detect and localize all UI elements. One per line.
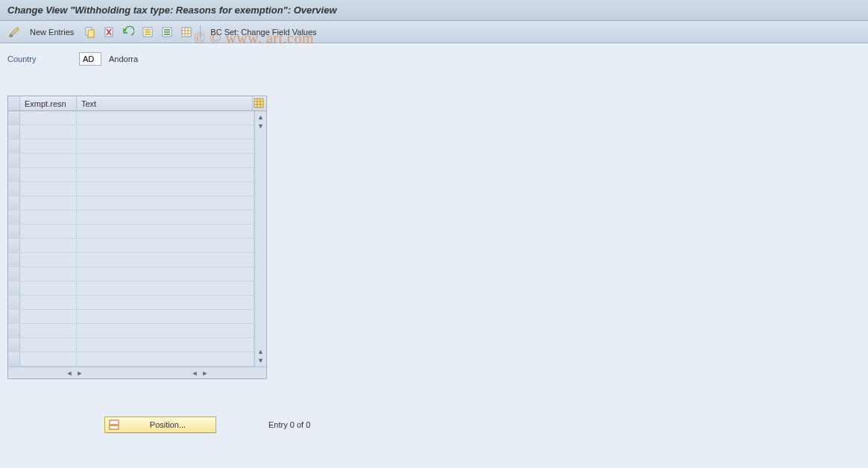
cell-text[interactable] — [77, 196, 254, 210]
row-selector[interactable] — [8, 352, 20, 366]
row-selector[interactable] — [8, 310, 20, 323]
cell-text[interactable] — [77, 239, 254, 252]
cell-exmpt-resn[interactable] — [20, 125, 77, 139]
cell-exmpt-resn[interactable] — [20, 210, 77, 224]
table-row[interactable] — [8, 267, 254, 281]
cell-exmpt-resn[interactable] — [20, 168, 77, 181]
cell-exmpt-resn[interactable] — [20, 338, 77, 352]
scroll-down-small-arrow[interactable]: ▼ — [257, 122, 265, 131]
row-selector[interactable] — [8, 253, 20, 266]
table-row[interactable] — [8, 210, 254, 225]
table-row[interactable] — [8, 324, 254, 338]
row-selector[interactable] — [8, 125, 20, 139]
row-selector[interactable] — [8, 210, 20, 224]
table-settings-button[interactable] — [253, 96, 266, 110]
column-header-text[interactable]: Text — [77, 96, 253, 110]
table-row[interactable] — [8, 225, 254, 239]
cell-exmpt-resn[interactable] — [20, 225, 77, 238]
row-selector[interactable] — [8, 281, 20, 295]
cell-exmpt-resn[interactable] — [20, 281, 77, 295]
select-all-column-header[interactable] — [8, 96, 20, 110]
row-selector[interactable] — [8, 168, 20, 181]
table-row[interactable] — [8, 111, 254, 125]
table-row[interactable] — [8, 140, 254, 154]
horizontal-scrollbar[interactable]: ◄ ► ◄ ► — [8, 366, 266, 378]
vertical-scrollbar[interactable]: ▲ ▼ ▲ ▼ — [254, 111, 266, 366]
column-header-exmpt-resn[interactable]: Exmpt.resn — [20, 96, 77, 110]
bcset-button[interactable]: BC Set: Change Field Values — [206, 24, 321, 40]
cell-text[interactable] — [77, 338, 254, 352]
cell-text[interactable] — [77, 168, 254, 181]
table-row[interactable] — [8, 182, 254, 196]
cell-text[interactable] — [77, 210, 254, 224]
scroll-up-arrow[interactable]: ▲ — [257, 113, 265, 122]
scroll-right-small-arrow[interactable]: ► — [75, 369, 84, 378]
scroll-down-arrow[interactable]: ▼ — [257, 356, 265, 365]
cell-text[interactable] — [77, 140, 254, 153]
scroll-left-small-arrow[interactable]: ◄ — [190, 369, 199, 378]
country-input[interactable] — [79, 52, 101, 66]
table-row[interactable] — [8, 281, 254, 296]
cell-exmpt-resn[interactable] — [20, 196, 77, 210]
table-row[interactable] — [8, 352, 254, 366]
exemption-table: Exmpt.resn Text ▲ ▼ ▲ ▼ — [7, 96, 267, 379]
configure-button[interactable] — [178, 24, 195, 40]
new-entries-button[interactable]: New Entries — [25, 24, 78, 40]
position-button[interactable]: Position... — [104, 416, 216, 433]
svg-rect-7 — [145, 29, 151, 31]
cell-exmpt-resn[interactable] — [20, 324, 77, 337]
table-row[interactable] — [8, 338, 254, 352]
row-selector[interactable] — [8, 225, 20, 238]
cell-exmpt-resn[interactable] — [20, 239, 77, 252]
cell-exmpt-resn[interactable] — [20, 182, 77, 196]
cell-text[interactable] — [77, 253, 254, 266]
cell-exmpt-resn[interactable] — [20, 267, 77, 281]
cell-exmpt-resn[interactable] — [20, 154, 77, 167]
cell-text[interactable] — [77, 154, 254, 167]
cell-exmpt-resn[interactable] — [20, 111, 77, 125]
row-selector[interactable] — [8, 154, 20, 167]
cell-exmpt-resn[interactable] — [20, 296, 77, 309]
deselect-all-button[interactable] — [159, 24, 175, 40]
scroll-right-arrow[interactable]: ► — [201, 369, 210, 378]
delete-button[interactable] — [101, 24, 117, 40]
row-selector[interactable] — [8, 239, 20, 252]
copy-as-button[interactable] — [81, 24, 98, 40]
cell-exmpt-resn[interactable] — [20, 310, 77, 323]
country-description: Andorra — [109, 54, 138, 63]
table-row[interactable] — [8, 168, 254, 182]
table-row[interactable] — [8, 310, 254, 324]
cell-text[interactable] — [77, 310, 254, 323]
row-selector[interactable] — [8, 182, 20, 196]
row-selector[interactable] — [8, 140, 20, 153]
undo-button[interactable] — [120, 24, 136, 40]
table-row[interactable] — [8, 196, 254, 210]
scroll-left-arrow[interactable]: ◄ — [65, 369, 74, 378]
table-row[interactable] — [8, 154, 254, 168]
row-selector[interactable] — [8, 267, 20, 281]
cell-text[interactable] — [77, 225, 254, 238]
table-row[interactable] — [8, 125, 254, 140]
row-selector[interactable] — [8, 111, 20, 125]
toggle-display-change-button[interactable] — [6, 24, 22, 40]
row-selector[interactable] — [8, 196, 20, 210]
table-row[interactable] — [8, 253, 254, 267]
table-row[interactable] — [8, 296, 254, 310]
table-row[interactable] — [8, 239, 254, 253]
cell-exmpt-resn[interactable] — [20, 253, 77, 266]
select-all-button[interactable] — [139, 24, 156, 40]
row-selector[interactable] — [8, 296, 20, 309]
cell-text[interactable] — [77, 352, 254, 366]
cell-text[interactable] — [77, 281, 254, 295]
row-selector[interactable] — [8, 324, 20, 337]
cell-text[interactable] — [77, 324, 254, 337]
cell-exmpt-resn[interactable] — [20, 352, 77, 366]
cell-text[interactable] — [77, 267, 254, 281]
cell-exmpt-resn[interactable] — [20, 140, 77, 153]
row-selector[interactable] — [8, 338, 20, 352]
scroll-up-small-arrow[interactable]: ▲ — [257, 347, 265, 356]
cell-text[interactable] — [77, 111, 254, 125]
cell-text[interactable] — [77, 182, 254, 196]
cell-text[interactable] — [77, 296, 254, 309]
cell-text[interactable] — [77, 125, 254, 139]
